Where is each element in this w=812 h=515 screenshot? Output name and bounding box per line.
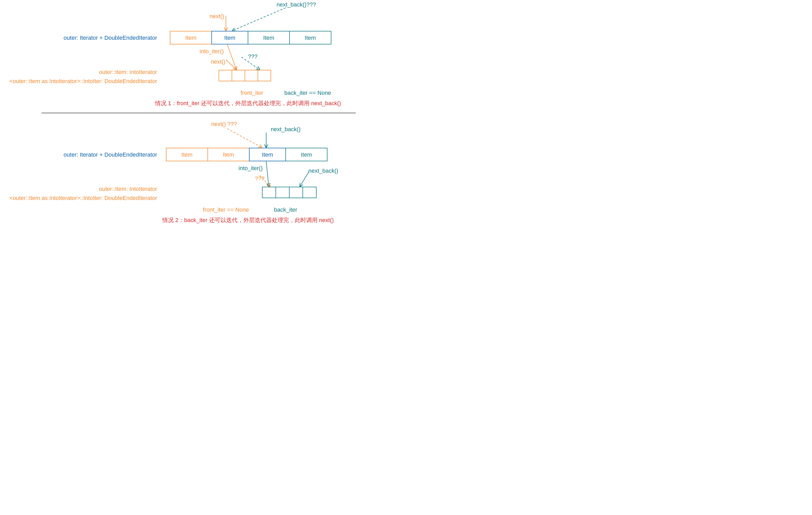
caption-2: 情况 2：back_iter 还可以迭代，外层迭代器处理完，此时调用 next(… <box>162 217 334 223</box>
case-2: Item Item Item Item next() ??? next_back… <box>9 121 338 223</box>
label-outer-type: outer: Iterator + DoubleEndedIterator <box>64 34 157 41</box>
svg-rect-18 <box>289 187 303 198</box>
outer-row-2: Item Item Item Item <box>166 148 327 161</box>
svg-rect-10 <box>245 70 258 81</box>
label-qqq-2: ??? <box>255 175 265 182</box>
svg-rect-16 <box>262 187 276 198</box>
arrow-next-back-inner <box>300 171 309 187</box>
arrow-next-back-q <box>232 8 286 31</box>
label-into-iter: into_iter() <box>200 48 224 55</box>
arrow-into-iter <box>227 44 236 69</box>
label-outer-item: outer::Item: IntoIterator <box>99 69 157 75</box>
label-back-iter: back_iter <box>274 206 297 213</box>
svg-rect-8 <box>219 70 232 81</box>
svg-rect-11 <box>258 70 271 81</box>
item-label: Item <box>262 151 273 158</box>
svg-rect-9 <box>232 70 245 81</box>
inner-row-2 <box>262 187 316 198</box>
item-label: Item <box>301 151 312 158</box>
label-back-none: back_iter == None <box>284 90 331 96</box>
arrow-into-iter-2 <box>266 161 269 187</box>
item-label: Item <box>263 34 274 41</box>
outer-row-1: Item Item Item Item <box>170 31 331 44</box>
inner-row-1 <box>219 70 271 81</box>
label-front-iter: front_iter <box>241 90 263 96</box>
caption-1: 情况 1：front_iter 还可以迭代，外层迭代器处理完，此时调用 next… <box>155 100 341 107</box>
case-1: Item Item Item Item next() next_back()??… <box>9 1 341 107</box>
label-next-inner: next() <box>211 58 225 65</box>
label-into-iter-2: into_iter() <box>239 165 263 171</box>
label-outer-intoiter: <outer::Item as IntoIterator>::IntoIter:… <box>9 78 157 84</box>
item-label: Item <box>224 34 235 41</box>
label-outer-intoiter: <outer::Item as IntoIterator>::IntoIter:… <box>9 195 157 201</box>
label-next: next() <box>209 13 224 20</box>
item-label: Item <box>305 34 316 41</box>
label-next-back-inner: next_back() <box>309 168 338 174</box>
label-qqq: ??? <box>248 53 258 60</box>
arrow-next-q <box>227 128 262 147</box>
item-label: Item <box>223 151 234 158</box>
diagram: Item Item Item Item next() next_back()??… <box>0 0 406 257</box>
label-front-none: front_iter == None <box>203 206 249 213</box>
item-label: Item <box>181 151 193 158</box>
svg-rect-17 <box>276 187 289 198</box>
label-next-q: next() ??? <box>211 121 237 127</box>
label-outer-item: outer::Item: IntoIterator <box>99 186 157 192</box>
label-outer-type: outer: Iterator + DoubleEndedIterator <box>64 151 157 158</box>
label-next-back: next_back() <box>271 126 301 133</box>
svg-rect-19 <box>303 187 316 198</box>
label-next-back-q: next_back()??? <box>277 1 316 8</box>
item-label: Item <box>185 34 197 41</box>
